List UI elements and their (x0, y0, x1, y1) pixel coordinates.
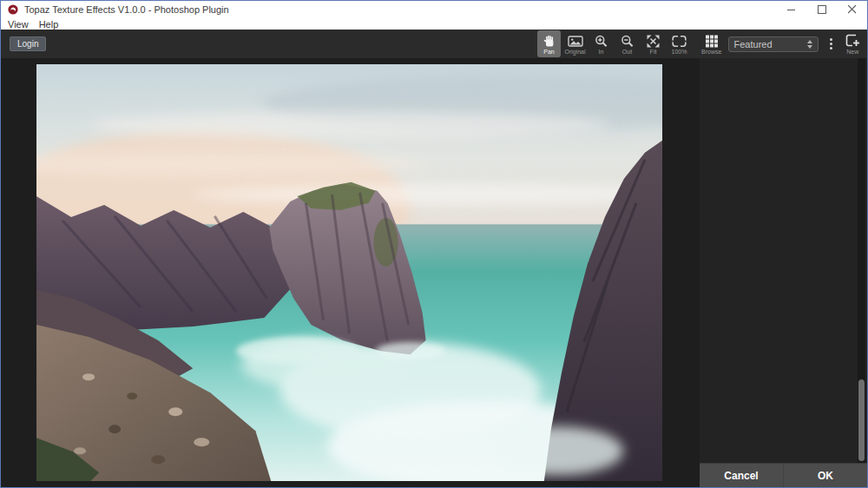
preset-toolbar: Browse Featured New (700, 30, 864, 57)
preset-list (704, 58, 854, 463)
new-preset-label: New (846, 49, 858, 55)
ok-button[interactable]: OK (784, 464, 867, 487)
fit-view-label: Fit (650, 49, 657, 55)
minimize-button[interactable] (776, 1, 806, 18)
preview-photo[interactable] (36, 64, 662, 481)
app-logo-icon (8, 4, 18, 15)
maximize-button[interactable] (806, 1, 837, 18)
original-view-button[interactable]: Original (563, 30, 587, 57)
fit-view-button[interactable]: Fit (641, 30, 665, 57)
panel-footer: Cancel OK (700, 463, 867, 487)
close-button[interactable] (837, 1, 867, 18)
collection-dropdown[interactable]: Featured (728, 36, 819, 52)
browse-label: Browse (701, 49, 721, 55)
menu-view[interactable]: View (8, 19, 29, 30)
menu-help[interactable]: Help (39, 19, 59, 30)
app-window: Topaz Texture Effects V1.0.0 - Photoshop… (0, 0, 868, 488)
zoom-in-icon (595, 35, 608, 48)
zoom-100-icon (672, 35, 687, 48)
window-controls (776, 1, 867, 18)
original-view-label: Original (564, 49, 585, 55)
zoom-100-label: 100% (672, 49, 687, 55)
pan-hand-icon (542, 35, 556, 48)
more-options-dots-icon (830, 38, 832, 41)
browse-grid-icon (705, 35, 719, 48)
new-plus-icon (845, 34, 860, 48)
zoom-out-button[interactable]: Out (615, 30, 639, 57)
preset-scrollbar[interactable] (858, 58, 865, 463)
cancel-button[interactable]: Cancel (700, 464, 784, 487)
titlebar: Topaz Texture Effects V1.0.0 - Photoshop… (1, 1, 867, 18)
menubar: View Help (1, 18, 867, 30)
original-image-icon (568, 35, 583, 48)
window-title: Topaz Texture Effects V1.0.0 - Photoshop… (24, 4, 229, 15)
collection-dropdown-value: Featured (734, 39, 808, 49)
zoom-100-button[interactable]: 100% (667, 30, 691, 57)
zoom-out-icon (621, 35, 635, 48)
fit-arrows-icon (647, 35, 660, 48)
maximize-icon (818, 5, 826, 14)
zoom-out-label: Out (622, 49, 632, 55)
toolbar: Login Pan (1, 30, 867, 58)
browse-button[interactable]: Browse (700, 34, 723, 55)
minimize-icon (787, 5, 796, 14)
window-chrome: Topaz Texture Effects V1.0.0 - Photoshop… (1, 1, 867, 30)
close-icon (848, 5, 857, 14)
zoom-in-button[interactable]: In (589, 30, 613, 57)
presets-panel: Cancel OK (700, 58, 867, 487)
image-canvas[interactable] (1, 58, 700, 488)
pan-tool-label: Pan (543, 49, 554, 55)
login-button[interactable]: Login (10, 36, 46, 51)
new-preset-button[interactable]: New (842, 33, 865, 55)
view-tool-group: Pan Original In (537, 30, 691, 57)
dropdown-stepper-icon (807, 40, 812, 49)
scrollbar-thumb[interactable] (858, 379, 865, 461)
pan-tool-button[interactable]: Pan (537, 30, 561, 57)
zoom-in-label: In (599, 49, 604, 55)
more-options-button[interactable] (826, 34, 836, 55)
